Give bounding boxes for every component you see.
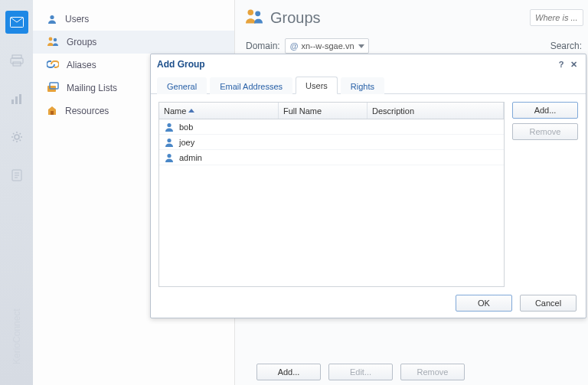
svg-point-18 <box>167 138 171 142</box>
mailinglist-icon <box>47 82 59 95</box>
user-icon <box>164 122 175 132</box>
at-icon: @ <box>290 41 299 51</box>
svg-point-19 <box>167 153 171 157</box>
svg-point-10 <box>49 37 53 41</box>
svg-point-9 <box>50 15 54 19</box>
alias-icon <box>47 60 59 71</box>
sidebar-item-groups[interactable]: Groups <box>33 31 234 54</box>
help-button[interactable]: ? <box>555 58 567 70</box>
cell-name: joey <box>179 138 282 147</box>
col-header-fullname[interactable]: Full Name <box>279 103 368 119</box>
svg-rect-14 <box>51 111 54 115</box>
table-row[interactable]: admin <box>159 150 504 165</box>
cell-name: bob <box>179 122 282 132</box>
rail-stats-icon[interactable] <box>5 87 28 110</box>
domain-select[interactable]: @ xn--w-sgae.vn <box>285 38 369 54</box>
table-row[interactable]: bob <box>159 119 504 135</box>
dialog-title: Add Group <box>157 59 205 70</box>
group-icon <box>244 8 264 28</box>
svg-rect-2 <box>11 58 23 64</box>
ok-button[interactable]: OK <box>456 295 512 312</box>
search-label: Search: <box>550 41 582 51</box>
page-title: Groups <box>270 9 321 27</box>
rail-mail-icon[interactable] <box>5 11 28 34</box>
user-icon <box>164 152 175 163</box>
svg-rect-6 <box>19 94 21 104</box>
svg-rect-5 <box>15 96 18 104</box>
col-header-name[interactable]: Name <box>159 103 279 119</box>
resources-icon <box>47 105 57 118</box>
svg-rect-1 <box>12 55 21 58</box>
sidebar-item-users[interactable]: Users <box>33 8 234 31</box>
tab-users[interactable]: Users <box>296 77 338 94</box>
cell-name: admin <box>179 153 282 162</box>
rail-notes-icon[interactable] <box>5 164 28 187</box>
svg-rect-4 <box>11 100 14 104</box>
group-icon <box>47 36 59 49</box>
dialog-tabstrip: General Email Addresses Users Rights <box>151 74 586 94</box>
sort-asc-icon <box>188 109 194 113</box>
col-header-description[interactable]: Description <box>368 103 504 119</box>
cancel-button[interactable]: Cancel <box>520 295 577 312</box>
brand-label: KerioConnect <box>11 308 22 364</box>
sidebar-item-label: Groups <box>67 37 96 47</box>
svg-point-15 <box>248 10 254 16</box>
domain-label: Domain: <box>246 41 280 51</box>
svg-point-17 <box>167 122 171 126</box>
rail-printer-icon[interactable] <box>5 49 28 72</box>
rail-settings-icon[interactable] <box>5 126 28 148</box>
tab-general[interactable]: General <box>157 77 207 94</box>
nav-rail: KerioConnect <box>0 0 33 385</box>
close-button[interactable]: ✕ <box>567 58 580 70</box>
sidebar-item-label: Users <box>65 14 89 24</box>
global-search-input[interactable] <box>530 9 583 26</box>
sidebar-item-label: Mailing Lists <box>67 83 117 93</box>
main-remove-button[interactable]: Remove <box>400 364 465 380</box>
dialog-add-user-button[interactable]: Add... <box>512 102 578 119</box>
svg-point-7 <box>15 135 19 139</box>
users-grid: Name Full Name Description bobjoeyadmin <box>158 102 505 287</box>
user-icon <box>164 137 175 148</box>
domain-value: xn--w-sgae.vn <box>301 41 354 51</box>
user-icon <box>47 14 57 24</box>
add-group-dialog: Add Group ? ✕ General Email Addresses Us… <box>150 54 586 318</box>
main-edit-button[interactable]: Edit... <box>328 364 393 380</box>
svg-point-11 <box>54 38 57 41</box>
dialog-remove-user-button[interactable]: Remove <box>512 123 578 140</box>
sidebar-item-label: Resources <box>65 106 109 116</box>
tab-rights[interactable]: Rights <box>341 77 384 94</box>
sidebar-item-label: Aliases <box>67 60 96 70</box>
tab-email-addresses[interactable]: Email Addresses <box>210 77 292 94</box>
main-toolbar: Add... Edit... Remove <box>256 364 465 380</box>
main-add-button[interactable]: Add... <box>256 364 321 380</box>
svg-point-16 <box>255 11 260 16</box>
table-row[interactable]: joey <box>159 135 504 150</box>
